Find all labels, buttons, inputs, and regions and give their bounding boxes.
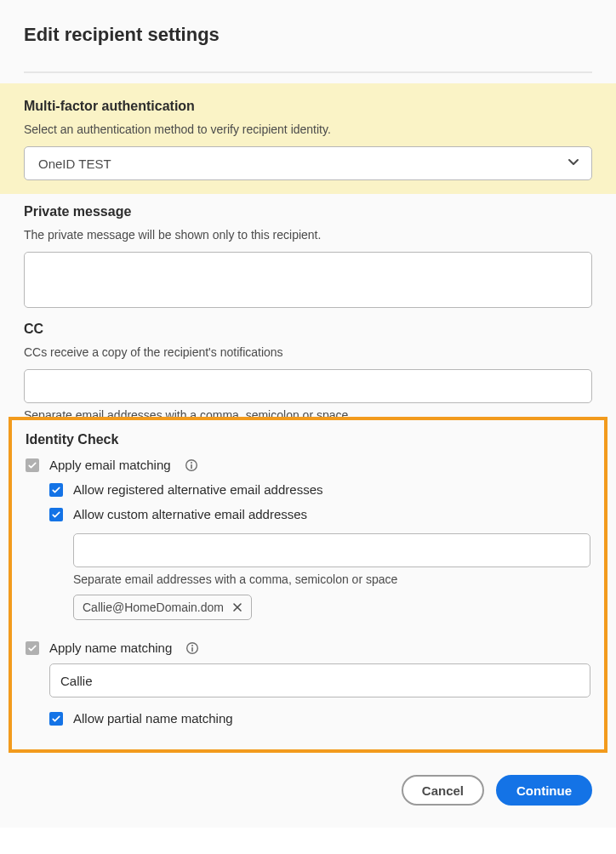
custom-emails-block: Separate email addresses with a comma, s… <box>73 528 590 620</box>
custom-emails-input[interactable] <box>73 533 590 567</box>
apply-email-matching-row: Apply email matching <box>26 458 590 472</box>
allow-registered-row: Allow registered alternative email addre… <box>49 482 590 497</box>
cc-section: CC CCs receive a copy of the recipient's… <box>0 311 616 422</box>
cancel-button[interactable]: Cancel <box>402 775 484 806</box>
svg-rect-5 <box>191 647 193 652</box>
allow-partial-row: Allow partial name matching <box>49 711 590 726</box>
custom-emails-hint: Separate email addresses with a comma, s… <box>73 572 590 586</box>
footer: Cancel Continue <box>0 758 616 812</box>
recipient-settings-panel: Edit recipient settings Multi-factor aut… <box>0 0 616 828</box>
mfa-select-wrap: OneID TEST <box>24 146 592 180</box>
identity-check-section: Identity Check Apply email matching Allo… <box>9 417 607 753</box>
svg-rect-2 <box>191 464 192 469</box>
apply-name-matching-label: Apply name matching <box>49 640 172 655</box>
header-divider <box>24 71 592 73</box>
allow-registered-label: Allow registered alternative email addre… <box>73 482 322 497</box>
allow-partial-label: Allow partial name matching <box>73 711 233 726</box>
allow-registered-checkbox[interactable] <box>49 483 63 497</box>
email-chip: Callie@HomeDomain.dom <box>73 595 252 620</box>
cc-title: CC <box>24 322 592 337</box>
svg-point-1 <box>191 462 192 464</box>
page-title: Edit recipient settings <box>24 24 592 46</box>
allow-custom-label: Allow custom alternative email addresses <box>73 507 307 521</box>
cc-desc: CCs receive a copy of the recipient's no… <box>24 345 592 359</box>
mfa-section: Multi-factor authentication Select an au… <box>0 83 616 194</box>
allow-custom-checkbox[interactable] <box>49 508 63 521</box>
mfa-select[interactable]: OneID TEST <box>24 146 592 180</box>
mfa-title: Multi-factor authentication <box>24 99 592 114</box>
private-message-desc: The private message will be shown only t… <box>24 228 592 242</box>
name-matching-input[interactable] <box>49 663 590 697</box>
allow-partial-checkbox[interactable] <box>49 712 63 726</box>
info-icon[interactable] <box>185 458 198 472</box>
svg-point-4 <box>191 645 193 646</box>
mfa-desc: Select an authentication method to verif… <box>24 122 592 136</box>
allow-custom-row: Allow custom alternative email addresses <box>49 507 590 521</box>
private-message-input[interactable] <box>24 252 592 308</box>
close-icon[interactable] <box>232 602 242 612</box>
name-input-wrap <box>49 663 590 697</box>
continue-button[interactable]: Continue <box>496 775 592 806</box>
private-message-title: Private message <box>24 204 592 219</box>
panel-header: Edit recipient settings <box>0 0 616 60</box>
mfa-selected-value: OneID TEST <box>38 157 111 171</box>
cc-input[interactable] <box>24 369 592 403</box>
identity-title: Identity Check <box>26 432 590 447</box>
apply-name-matching-checkbox[interactable] <box>26 641 39 655</box>
info-icon[interactable] <box>185 641 199 655</box>
apply-email-matching-label: Apply email matching <box>49 458 171 472</box>
private-message-section: Private message The private message will… <box>0 194 616 311</box>
email-chip-text: Callie@HomeDomain.dom <box>83 601 224 614</box>
apply-name-matching-row: Apply name matching <box>26 640 590 655</box>
apply-email-matching-checkbox[interactable] <box>26 458 39 472</box>
